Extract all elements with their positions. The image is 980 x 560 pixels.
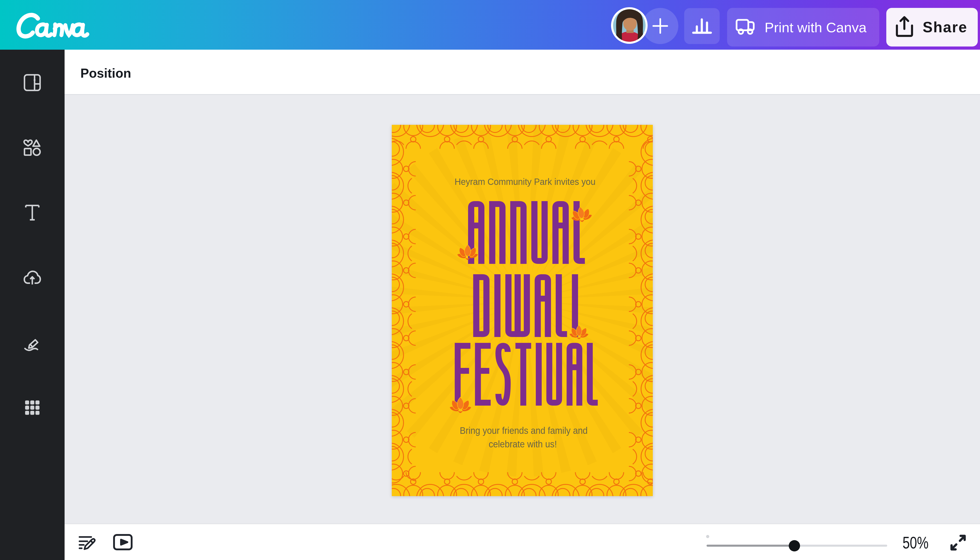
- svg-text:celebrate with us!: celebrate with us!: [489, 438, 557, 449]
- svg-text:50%: 50%: [903, 533, 928, 552]
- svg-text:Print with Canva: Print with Canva: [765, 20, 866, 35]
- svg-text:Heyram Community Park invites: Heyram Community Park invites you: [454, 177, 596, 187]
- svg-text:Share: Share: [923, 19, 967, 35]
- svg-text:Bring your friends and family: Bring your friends and family and: [460, 425, 588, 436]
